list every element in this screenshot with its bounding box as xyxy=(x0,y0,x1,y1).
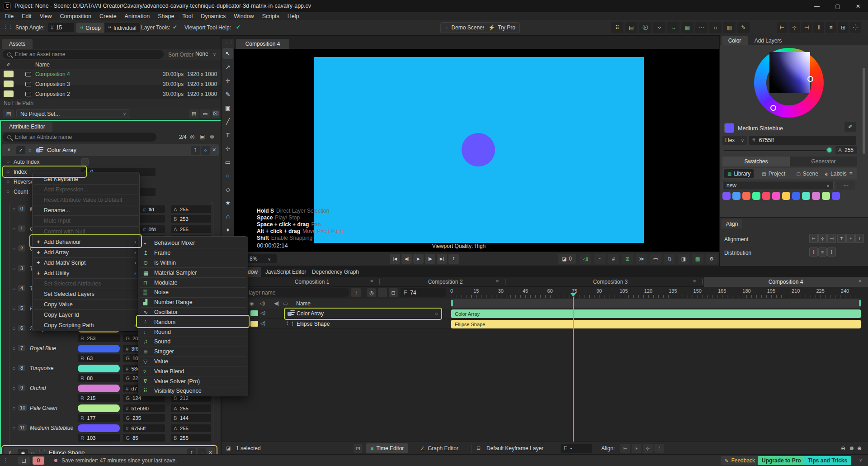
color-r-field[interactable]: R253 xyxy=(78,334,120,342)
menu-file[interactable]: File xyxy=(5,13,14,19)
tips-tricks-button[interactable]: Tips and Tricks xyxy=(804,456,851,465)
close-tab-icon[interactable]: ✕ xyxy=(495,279,499,284)
asset-name[interactable]: Composition 3 xyxy=(35,81,70,87)
library-swatch[interactable] xyxy=(792,192,800,200)
align-v-bottom-icon[interactable]: ⊥ xyxy=(855,234,864,243)
attr-circle[interactable]: ○ xyxy=(6,168,9,175)
matrix-tool-icon[interactable]: ⊹ xyxy=(222,143,233,154)
context-menu-item-add-math-script[interactable]: +Add Math/ Script› xyxy=(34,257,138,268)
submenu-item-noise[interactable]: ▒Noise xyxy=(140,287,246,297)
snap-angle-field[interactable]: # 15 xyxy=(48,23,74,32)
onion-skin-icon[interactable]: ◔ xyxy=(594,254,605,264)
submenu-item-sound[interactable]: ♫Sound xyxy=(140,337,246,347)
palette-select[interactable]: new ∨ xyxy=(722,181,834,190)
hex-mode-select[interactable]: Hex ∨ xyxy=(722,136,747,145)
individual-toggle-button[interactable]: ⠛ Individual xyxy=(104,23,140,33)
submenu-item-number-range[interactable]: ▟Number Range xyxy=(140,297,246,307)
attr-circle[interactable]: ○ xyxy=(12,246,15,252)
ellipse-shape-header[interactable]: ∨ ◉ ○ Ellipse Shape ⊺ ⁘ ✕ xyxy=(4,447,215,454)
distribute-icon[interactable]: ⁛ xyxy=(850,22,861,33)
tab-assets[interactable]: Assets xyxy=(2,39,33,49)
current-color-swatch[interactable] xyxy=(724,123,734,133)
menu-composition[interactable]: Composition xyxy=(60,13,91,19)
source-project[interactable]: ▤Project xyxy=(759,169,788,178)
attr-circle[interactable]: ○ xyxy=(12,266,15,272)
comp-tab-composition-3[interactable]: Composition 3 xyxy=(570,279,651,285)
visibility-toggle[interactable]: ◉ xyxy=(18,449,28,454)
rect-tool-icon[interactable]: ▭ xyxy=(222,157,233,167)
arrow-right-icon[interactable]: → xyxy=(667,22,679,33)
attr-circle[interactable]: ○ xyxy=(12,325,15,332)
timeline-options-button[interactable]: ⊟ xyxy=(389,288,398,297)
color-b-field[interactable]: B253 xyxy=(171,215,211,223)
asset-name[interactable]: Composition 4 xyxy=(35,71,70,77)
add-layer-button[interactable]: + xyxy=(351,288,361,297)
layer-name[interactable]: Ellipse Shape xyxy=(297,321,330,327)
maximize-button[interactable]: ▢ xyxy=(827,0,848,12)
submenu-item-random[interactable]: ⁘Random xyxy=(140,317,246,327)
submenu-item-modulate[interactable]: ⊓Modulate xyxy=(140,277,246,287)
palette-options-button[interactable]: ⋯ xyxy=(836,181,855,190)
submenu-item-visibility-sequence[interactable]: ⠿Visibility Sequence xyxy=(140,386,246,396)
comp-tab-composition-4[interactable]: Composition 4 xyxy=(745,279,826,285)
audio-icon[interactable]: ◁) xyxy=(580,254,591,264)
pan-tool-icon[interactable]: ✛ xyxy=(222,75,233,86)
camera-tool-icon[interactable]: ▣ xyxy=(222,102,233,113)
color-array-header[interactable]: ∨ ✓ ○ Color Array ⊺ ⁘ ✕ xyxy=(2,144,219,156)
context-menu-item-set-selected-layers[interactable]: Set Selected Layers xyxy=(34,289,138,299)
collapse-statusbar-icon[interactable]: ∨ xyxy=(859,457,862,462)
pen-icon[interactable]: ✎ xyxy=(737,22,750,33)
library-swatch[interactable] xyxy=(732,192,741,200)
collapse-icon[interactable]: ∨ xyxy=(7,147,10,152)
group-toggle-button[interactable]: ⠿ Group xyxy=(76,23,104,33)
color-swatch[interactable] xyxy=(78,404,120,412)
distribute-h-icon[interactable]: ‖ xyxy=(809,247,818,257)
color-swatch[interactable] xyxy=(78,345,120,352)
menu-create[interactable]: Create xyxy=(99,13,117,19)
context-menu-item-mute-input[interactable]: Mute Input xyxy=(34,215,138,226)
play-icon[interactable]: ▶ xyxy=(413,254,424,264)
dots-grid-icon[interactable]: ⠿ xyxy=(611,22,623,33)
playhead-marker[interactable] xyxy=(571,293,576,297)
attr-circle[interactable]: ○ xyxy=(12,405,15,411)
submenu-item-value-blend[interactable]: ▿Value Blend xyxy=(140,366,246,376)
pen-tool-icon[interactable]: ✎ xyxy=(222,89,233,100)
tab-add-layers[interactable]: Add Layers xyxy=(749,36,788,45)
asset-color-swatch[interactable] xyxy=(4,81,14,87)
arc-tool-icon[interactable]: ∩ xyxy=(222,211,233,222)
bounds-icon[interactable]: ▭ xyxy=(650,254,661,264)
list-view-icon[interactable]: ≡ xyxy=(846,169,855,178)
context-menu-item-rename[interactable]: Rename... xyxy=(34,205,138,215)
close-attribute-icon[interactable]: ✕ xyxy=(212,147,216,153)
viewport-tool-help-check-icon[interactable]: ✓ xyxy=(236,24,241,30)
alpha-slider-track[interactable] xyxy=(724,150,829,151)
columns-icon[interactable]: ‖ xyxy=(813,22,824,33)
work-area-start-handle[interactable] xyxy=(451,300,453,306)
context-menu-item-set-selected-attributes[interactable]: Set Selected Attributes xyxy=(34,278,138,289)
window-tab-dependency-graph[interactable]: Dependency Graph xyxy=(310,267,361,277)
library-swatch[interactable] xyxy=(822,192,830,200)
context-menu-item-add-behaviour[interactable]: +Add Behaviour› xyxy=(34,237,138,247)
zoom-slider-handle[interactable] xyxy=(850,447,854,450)
assets-name-header[interactable]: Name xyxy=(35,62,50,68)
color-r-field[interactable]: R215 xyxy=(78,394,120,402)
ellipse-shape-layer[interactable] xyxy=(462,133,495,166)
audio-column-icon[interactable]: ◁) xyxy=(259,300,265,306)
color-swatch[interactable] xyxy=(78,365,120,372)
skip-end-icon[interactable]: ▶| xyxy=(437,254,447,264)
center-playhead-button[interactable]: ⊡ xyxy=(354,444,363,453)
source-library[interactable]: ▥Library xyxy=(724,169,754,178)
layer-audio-icon[interactable]: ◁) xyxy=(260,310,265,315)
library-swatch[interactable] xyxy=(782,192,790,200)
zoom-in-icon[interactable]: ⊕ xyxy=(855,444,863,452)
color-hex-field[interactable]: #6755ff xyxy=(123,424,165,432)
context-menu-item-set-keyframe[interactable]: Set Keyframe xyxy=(34,174,138,184)
submenu-item-material-sampler[interactable]: ▦Material Sampler xyxy=(140,267,246,277)
align-h-left-icon[interactable]: ⊢ xyxy=(620,444,630,453)
context-menu-item-add-utility[interactable]: +Add Utility› xyxy=(34,268,138,278)
color-alpha-field[interactable]: A255 xyxy=(171,404,211,412)
tab-align[interactable]: Align xyxy=(722,219,742,228)
search-target-icon[interactable]: ◎ xyxy=(190,133,194,140)
library-swatch[interactable] xyxy=(762,192,770,200)
table-icon[interactable]: ▥ xyxy=(723,22,736,33)
